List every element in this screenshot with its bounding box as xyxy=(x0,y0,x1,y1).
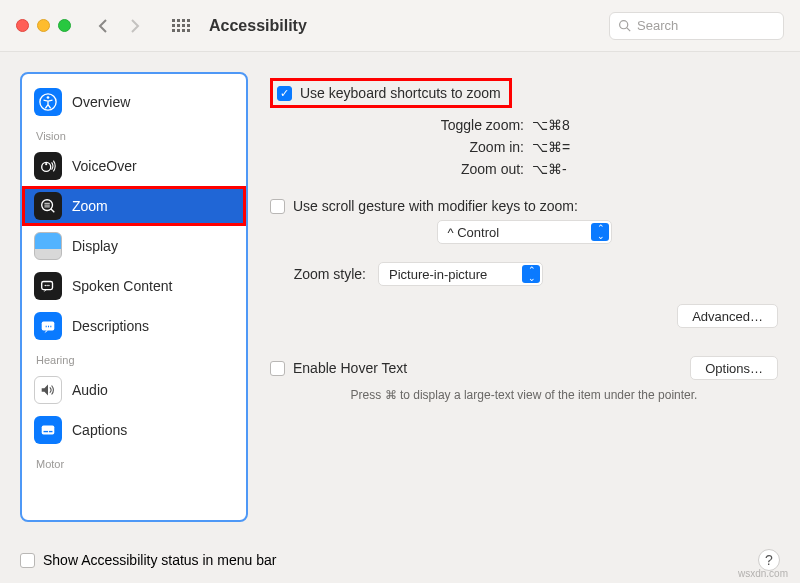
window-titlebar: Accessibility Search xyxy=(0,0,800,52)
sidebar-item-label: Overview xyxy=(72,94,130,110)
zoom-icon xyxy=(34,192,62,220)
shortcut-list: Toggle zoom:⌥⌘8 Zoom in:⌥⌘= Zoom out:⌥⌘- xyxy=(270,114,778,180)
svg-line-1 xyxy=(627,28,630,31)
section-hearing: Hearing xyxy=(22,346,246,370)
display-icon xyxy=(34,232,62,260)
zoom-in-label: Zoom in: xyxy=(270,136,532,158)
show-status-menubar-checkbox[interactable] xyxy=(20,553,35,568)
accessibility-icon xyxy=(34,88,62,116)
sidebar-item-captions[interactable]: Captions xyxy=(22,410,246,450)
sidebar: Overview Vision VoiceOver Zoom Display S… xyxy=(20,72,248,522)
scroll-gesture-label: Use scroll gesture with modifier keys to… xyxy=(293,198,578,214)
svg-point-13 xyxy=(46,285,47,286)
sidebar-item-overview[interactable]: Overview xyxy=(22,82,246,122)
svg-text:⋯: ⋯ xyxy=(45,322,52,331)
grid-icon xyxy=(172,19,190,32)
section-motor: Motor xyxy=(22,450,246,474)
scroll-gesture-checkbox[interactable] xyxy=(270,199,285,214)
audio-icon xyxy=(34,376,62,404)
help-icon: ? xyxy=(765,552,773,568)
footer: Show Accessibility status in menu bar ? xyxy=(20,549,780,571)
hover-text-hint: Press ⌘ to display a large-text view of … xyxy=(270,388,778,402)
zoom-style-select[interactable]: Picture-in-picture ⌃⌄ xyxy=(378,262,543,286)
svg-rect-17 xyxy=(42,426,55,435)
svg-rect-19 xyxy=(49,431,53,432)
modifier-key-value: ^ Control xyxy=(448,225,500,240)
watermark: wsxdn.com xyxy=(738,568,788,579)
voiceover-icon xyxy=(34,152,62,180)
svg-point-14 xyxy=(48,285,49,286)
sidebar-item-label: Zoom xyxy=(72,198,108,214)
window-controls xyxy=(16,19,71,32)
forward-button[interactable] xyxy=(121,12,149,40)
svg-point-3 xyxy=(47,96,50,99)
fullscreen-window-button[interactable] xyxy=(58,19,71,32)
minimize-window-button[interactable] xyxy=(37,19,50,32)
svg-line-7 xyxy=(51,209,55,213)
advanced-button[interactable]: Advanced… xyxy=(677,304,778,328)
hover-text-options-button[interactable]: Options… xyxy=(690,356,778,380)
svg-point-12 xyxy=(45,285,46,286)
zoom-style-label: Zoom style: xyxy=(270,266,370,282)
zoom-out-value: ⌥⌘- xyxy=(532,158,567,180)
use-keyboard-shortcuts-label: Use keyboard shortcuts to zoom xyxy=(300,85,501,101)
zoom-style-value: Picture-in-picture xyxy=(389,267,487,282)
back-button[interactable] xyxy=(89,12,117,40)
use-keyboard-shortcuts-checkbox[interactable]: ✓ xyxy=(277,86,292,101)
chevron-updown-icon: ⌃⌄ xyxy=(528,266,536,282)
settings-pane: ✓ Use keyboard shortcuts to zoom Toggle … xyxy=(270,72,800,522)
sidebar-item-zoom[interactable]: Zoom xyxy=(22,186,246,226)
spoken-content-icon xyxy=(34,272,62,300)
chevron-left-icon xyxy=(98,18,108,34)
sidebar-item-label: Display xyxy=(72,238,118,254)
svg-rect-18 xyxy=(44,431,49,432)
keyboard-shortcuts-highlight: ✓ Use keyboard shortcuts to zoom xyxy=(270,78,512,108)
toggle-zoom-value: ⌥⌘8 xyxy=(532,114,570,136)
sidebar-item-spoken-content[interactable]: Spoken Content xyxy=(22,266,246,306)
sidebar-item-audio[interactable]: Audio xyxy=(22,370,246,410)
nav-buttons xyxy=(89,12,149,40)
sidebar-item-descriptions[interactable]: ⋯ Descriptions xyxy=(22,306,246,346)
chevron-updown-icon: ⌃⌄ xyxy=(597,224,605,240)
svg-point-0 xyxy=(620,21,628,29)
modifier-key-select[interactable]: ^ Control ⌃⌄ xyxy=(437,220,612,244)
descriptions-icon: ⋯ xyxy=(34,312,62,340)
zoom-in-value: ⌥⌘= xyxy=(532,136,570,158)
captions-icon xyxy=(34,416,62,444)
sidebar-item-label: Captions xyxy=(72,422,127,438)
enable-hover-text-label: Enable Hover Text xyxy=(293,360,407,376)
search-icon xyxy=(618,19,631,32)
toggle-zoom-label: Toggle zoom: xyxy=(270,114,532,136)
svg-point-5 xyxy=(45,163,47,165)
sidebar-item-label: Spoken Content xyxy=(72,278,172,294)
sidebar-item-voiceover[interactable]: VoiceOver xyxy=(22,146,246,186)
show-all-prefs-button[interactable] xyxy=(167,12,195,40)
section-vision: Vision xyxy=(22,122,246,146)
sidebar-item-label: VoiceOver xyxy=(72,158,137,174)
close-window-button[interactable] xyxy=(16,19,29,32)
sidebar-item-label: Descriptions xyxy=(72,318,149,334)
search-placeholder: Search xyxy=(637,18,678,33)
window-title: Accessibility xyxy=(209,17,609,35)
enable-hover-text-checkbox[interactable] xyxy=(270,361,285,376)
chevron-right-icon xyxy=(130,18,140,34)
sidebar-item-display[interactable]: Display xyxy=(22,226,246,266)
show-status-menubar-label: Show Accessibility status in menu bar xyxy=(43,552,276,568)
sidebar-item-label: Audio xyxy=(72,382,108,398)
search-input[interactable]: Search xyxy=(609,12,784,40)
zoom-out-label: Zoom out: xyxy=(270,158,532,180)
